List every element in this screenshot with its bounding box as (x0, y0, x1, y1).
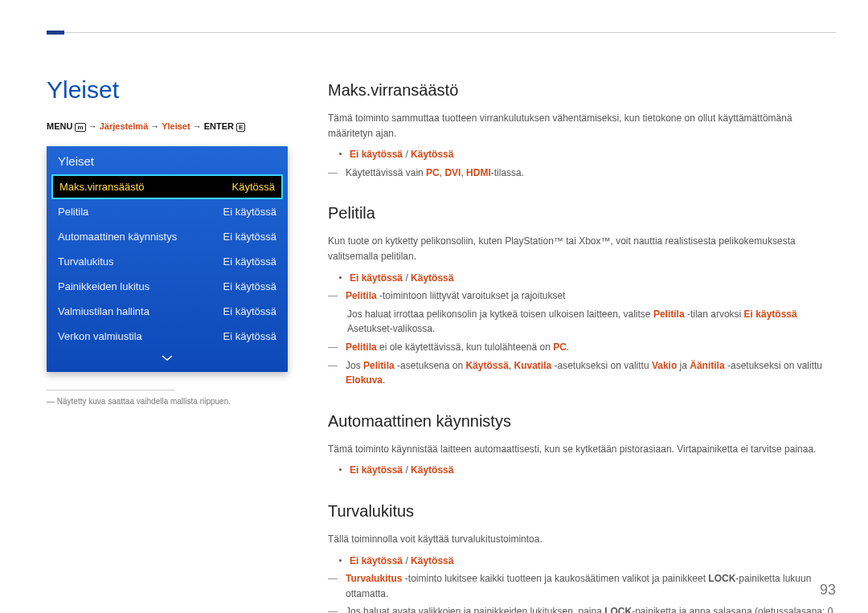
note-row: ― Turvalukitus -toiminto lukitsee kaikki… (328, 571, 836, 601)
mode-dvi: DVI (444, 167, 461, 178)
note-row: ― Käytettävissä vain PC, DVI, HDMI-tilas… (328, 166, 836, 181)
note-row: ― Jos haluat avata valikkojen ja painikk… (328, 604, 836, 613)
note-text: Pelitila -toimintoon liittyvät varoituks… (346, 288, 565, 304)
option-on: Käytössä (411, 464, 453, 476)
breadcrumb-arrow: → (150, 121, 159, 131)
sub-mid: -tilan arvoksi (685, 309, 744, 320)
option-off: Ei käytössä (350, 149, 403, 160)
note-end: . (567, 341, 569, 353)
left-column: Yleiset MENU m → Järjestelmä → Yleiset →… (47, 76, 288, 613)
menu-row-label: Valmiustilan hallinta (58, 305, 149, 317)
breadcrumb-menu: MENU (47, 121, 72, 131)
option-on: Käytössä (411, 555, 453, 566)
option-on: Käytössä (411, 272, 453, 284)
dash-icon: ― (328, 604, 338, 613)
option-on: Käytössä (411, 149, 453, 160)
menu-row-label: Painikkeiden lukitus (58, 280, 149, 292)
breadcrumb-enter: ENTER (204, 121, 234, 131)
dash-icon: ― (328, 358, 338, 388)
breadcrumb-seg-system: Järjestelmä (100, 121, 149, 131)
option-bullet: Ei käytössä / Käytössä (339, 554, 836, 569)
term-game-mode: Pelitila (653, 309, 685, 320)
note-text: Turvalukitus -toiminto lukitsee kaikki t… (346, 571, 836, 601)
bullet-icon (339, 559, 342, 562)
settings-panel-title: Yleiset (47, 146, 288, 174)
mode-pc: PC (426, 167, 440, 178)
breadcrumb-arrow: → (88, 121, 97, 131)
section-heading-auto-power-on: Automaattinen käynnistys (328, 409, 836, 434)
option-sep: / (403, 272, 411, 284)
value-standard: Vakio (652, 360, 677, 371)
mode-hdmi: HDMI (466, 167, 491, 178)
settings-panel: Yleiset Maks.virransäästö Käytössä Pelit… (47, 146, 288, 372)
option-bullet: Ei käytössä / Käytössä (339, 463, 836, 478)
option-text: Ei käytössä / Käytössä (350, 147, 453, 162)
dash-icon: ― (328, 340, 338, 355)
note-row: ― Pelitila ei ole käytettävissä, kun tul… (328, 340, 836, 355)
option-sep: / (403, 555, 411, 566)
menu-row-safety-lock[interactable]: Turvalukitus Ei käytössä (47, 249, 288, 274)
menu-row-network-standby[interactable]: Verkon valmiustila Ei käytössä (47, 324, 288, 349)
menu-row-max-power-saving[interactable]: Maks.virransäästö Käytössä (51, 174, 283, 199)
note-sub: Jos haluat irrottaa pelikonsolin ja kytk… (347, 307, 836, 337)
bullet-icon (339, 153, 342, 155)
section-heading-max-power-saving: Maks.virransäästö (328, 78, 836, 103)
menu-row-standby-control[interactable]: Valmiustilan hallinta Ei käytössä (47, 299, 288, 324)
image-disclaimer: ― Näytetty kuva saattaa vaihdella mallis… (47, 397, 288, 406)
term-sound-mode: Äänitila (690, 360, 724, 371)
option-sep: / (403, 149, 411, 160)
note-mid: -asetuksena on (395, 360, 466, 371)
term-lock-button: LOCK (708, 573, 735, 584)
menu-row-value: Ei käytössä (223, 330, 276, 342)
option-off: Ei käytössä (350, 555, 403, 566)
breadcrumb: MENU m → Järjestelmä → Yleiset → ENTER E (47, 121, 288, 132)
section-heading-game-mode: Pelitila (328, 201, 836, 226)
chevron-down-icon[interactable] (47, 349, 288, 364)
note-row: ― Pelitila -toimintoon liittyvät varoitu… (328, 288, 836, 304)
bullet-icon (339, 468, 342, 471)
menu-row-label: Maks.virransäästö (59, 181, 144, 193)
note-end: . (383, 374, 385, 386)
note-text: Jos haluat avata valikkojen ja painikkei… (346, 604, 836, 613)
note-mid: -asetukseksi on valittu (551, 360, 652, 371)
sub-post: Asetukset-valikossa. (347, 323, 435, 334)
option-bullet: Ei käytössä / Käytössä (339, 147, 836, 162)
menu-row-value: Ei käytössä (223, 231, 276, 243)
menu-row-auto-power-on[interactable]: Automaattinen käynnistys Ei käytössä (47, 224, 288, 249)
option-text: Ei käytössä / Käytössä (350, 463, 453, 478)
option-text: Ei käytössä / Käytössä (350, 554, 453, 569)
term-picture-mode: Kuvatila (514, 360, 551, 371)
section-body: Tämä toiminto käynnistää laitteen automa… (328, 442, 836, 457)
note-post: -toimintoon liittyvät varoitukset ja raj… (377, 290, 566, 301)
note-text: Jos Pelitila -asetuksena on Käytössä, Ku… (346, 358, 836, 388)
note-mid: -asetukseksi on valittu (725, 360, 822, 371)
menu-row-game-mode[interactable]: Pelitila Ei käytössä (47, 199, 288, 224)
menu-row-value: Ei käytössä (223, 305, 276, 317)
sub-pre: Jos haluat irrottaa pelikonsolin ja kytk… (347, 309, 653, 320)
section-body: Tällä toiminnolla voit käyttää turvaluki… (328, 532, 836, 547)
menu-row-button-lock[interactable]: Painikkeiden lukitus Ei käytössä (47, 274, 288, 299)
menu-row-value: Ei käytössä (223, 280, 276, 292)
header-rule (0, 32, 868, 33)
section-body: Kun tuote on kytketty pelikonsoliin, kut… (328, 234, 836, 264)
bullet-icon (339, 276, 342, 279)
footnote-divider (47, 390, 175, 390)
value-movie: Elokuva (346, 374, 383, 386)
note-mid: -toiminto lukitsee kaikki tuotteen ja ka… (402, 573, 708, 584)
value-on: Käytössä (465, 360, 508, 371)
header-divider (47, 32, 836, 33)
term-game-mode: Pelitila (346, 341, 377, 353)
term-game-mode: Pelitila (346, 290, 377, 301)
note-pre: Käytettävissä vain (346, 167, 426, 178)
term-lock-button: LOCK (604, 606, 632, 613)
breadcrumb-seg-general: Yleiset (162, 121, 190, 131)
page-number: 93 (820, 582, 836, 599)
section-heading-safety-lock: Turvalukitus (328, 499, 836, 524)
note-text: Pelitila ei ole käytettävissä, kun tulol… (346, 340, 569, 355)
note-mid: ei ole käytettävissä, kun tulolähteenä o… (377, 341, 553, 353)
note-pre: Jos (346, 360, 363, 371)
value-off: Ei käytössä (744, 309, 797, 320)
note-mid: ja (677, 360, 690, 371)
note-pre: Jos haluat avata valikkojen ja painikkei… (346, 606, 604, 613)
enter-icon: E (236, 123, 245, 132)
